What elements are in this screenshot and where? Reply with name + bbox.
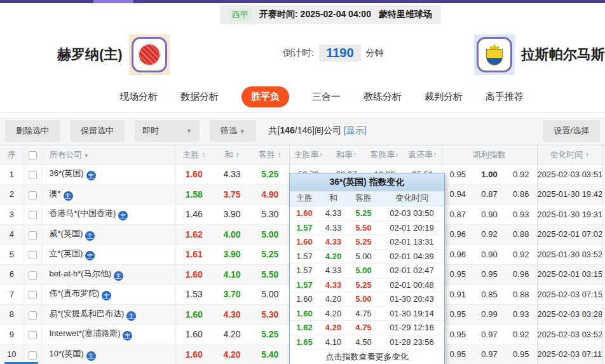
odds-away[interactable]: 4.90 [251,184,289,205]
row-checkbox[interactable] [29,311,37,320]
odds-away[interactable]: 5.30 [251,205,289,225]
popup-odds-draw[interactable]: 4.10 [319,337,348,347]
select-all-checkbox[interactable] [29,151,37,159]
row-checkbox[interactable] [29,271,37,280]
popup-odds-away[interactable]: 5.25 [348,280,379,290]
row-checkbox[interactable] [29,231,37,239]
odds-draw[interactable]: 3.70 [213,285,251,305]
odds-away[interactable]: 5.30 [251,304,289,325]
popup-odds-home[interactable]: 1.60 [290,208,319,218]
odds-home[interactable]: 1.58 [175,184,213,205]
tab-expert-picks[interactable]: 高手推荐 [486,91,524,103]
popup-odds-draw[interactable]: 4.20 [319,323,348,332]
header-checkbox[interactable] [24,145,41,165]
header-draw-odds[interactable]: 和 ↑ [213,145,251,165]
odds-home[interactable]: 1.61 [175,245,213,265]
header-away-odds[interactable]: 客胜 ↑ [251,145,289,165]
instant-dropdown[interactable]: 即时 ▼ [135,120,200,142]
row-checkbox[interactable] [29,191,37,199]
popup-odds-home[interactable]: 1.62 [290,323,319,332]
popup-odds-away[interactable]: 5.00 [348,294,379,304]
odds-draw[interactable]: 4.20 [213,344,251,364]
header-home-rate[interactable]: 主胜率↑ [289,145,327,165]
odds-away[interactable]: 5.50 [251,264,289,285]
odds-home[interactable]: 1.46 [175,205,213,225]
show-link[interactable]: [显示] [344,125,367,135]
header-company[interactable]: 所有公司 ▾ [41,145,175,165]
odds-away[interactable]: 5.40 [251,344,289,364]
odds-away[interactable]: 5.00 [251,224,289,245]
tab-three-in-one[interactable]: 三合一 [312,91,341,103]
tab-data-analysis[interactable]: 数据分析 [180,91,219,103]
popup-odds-draw[interactable]: 4.20 [319,252,348,261]
popup-odds-away[interactable]: 5.50 [348,223,379,233]
header-home-odds[interactable]: 主胜 ↑ [175,145,213,165]
row-checkbox[interactable] [29,351,37,360]
header-return-rate[interactable]: 返还率↑ [404,145,442,165]
odds-draw[interactable]: 4.30 [213,304,251,325]
popup-odds-home[interactable]: 1.57 [290,266,319,275]
popup-odds-draw[interactable]: 4.33 [319,237,348,246]
tab-win-draw-loss[interactable]: 胜平负 [241,86,289,107]
company-cell[interactable]: 10*(英国)主 [41,344,175,364]
popup-odds-away[interactable]: 4.75 [348,309,379,318]
popup-odds-home[interactable]: 1.57 [290,252,319,261]
odds-draw[interactable]: 4.00 [213,224,251,245]
odds-draw[interactable]: 4.10 [213,264,251,285]
company-cell[interactable]: bet-at-h*(马尔他)主 [41,264,175,285]
popup-odds-draw[interactable]: 4.20 [319,309,348,318]
company-cell[interactable]: 36*(英国)主 [41,165,175,185]
odds-away[interactable]: 5.25 [251,325,289,345]
odds-draw[interactable]: 4.20 [213,325,251,345]
company-cell[interactable]: 易*(安提瓜和巴布达)主 [41,304,175,325]
company-cell[interactable]: Interwet*(塞浦路斯)主 [41,325,175,345]
odds-home[interactable]: 1.60 [175,344,213,364]
odds-home[interactable]: 1.60 [175,325,213,345]
filter-dropdown[interactable]: 筛选 ▼ [210,120,256,142]
odds-draw[interactable]: 4.33 [213,165,251,185]
odds-draw[interactable]: 3.75 [213,184,251,205]
tab-coach-analysis[interactable]: 教练分析 [364,91,402,103]
popup-odds-draw[interactable]: 4.33 [319,208,348,218]
popup-odds-away[interactable]: 5.25 [348,208,379,218]
tab-live-analysis[interactable]: 现场分析 [119,91,158,103]
header-away-rate[interactable]: 客胜率↑ [365,145,404,165]
popup-odds-draw[interactable]: 4.33 [319,223,348,233]
popup-odds-home[interactable]: 1.57 [290,223,319,233]
popup-odds-draw[interactable]: 4.20 [319,294,348,304]
popup-odds-home[interactable]: 1.65 [290,337,319,347]
odds-home[interactable]: 1.62 [175,224,213,245]
popup-odds-home[interactable]: 1.60 [290,294,319,304]
popup-odds-home[interactable]: 1.60 [290,309,319,318]
settings-select-button[interactable]: 设置/选择 [543,120,600,142]
row-checkbox[interactable] [29,211,37,219]
odds-home[interactable]: 1.60 [175,165,213,185]
popup-odds-away[interactable]: 4.75 [348,323,379,332]
odds-away[interactable]: 5.00 [251,285,289,305]
company-cell[interactable]: 威*(英国)主 [41,224,175,245]
odds-home[interactable]: 1.60 [175,264,213,285]
company-cell[interactable]: 澳*主 [41,184,175,205]
odds-away[interactable]: 5.25 [251,165,289,185]
popup-odds-away[interactable]: 5.25 [348,237,379,246]
popup-odds-away[interactable]: 5.00 [348,252,379,261]
company-cell[interactable]: 伟*(直布罗陀)主 [41,285,175,305]
header-change-time[interactable]: 变化时间 ↑ [537,145,602,165]
company-cell[interactable]: 立*(英国)主 [41,245,175,265]
popup-odds-home[interactable]: 1.57 [290,280,319,290]
odds-home[interactable]: 1.60 [175,304,213,325]
header-draw-rate[interactable]: 和率↑ [327,145,365,165]
popup-odds-home[interactable]: 1.60 [290,237,319,246]
company-cell[interactable]: 香港马*(中国香港)主 [41,205,175,225]
row-checkbox[interactable] [29,171,37,179]
odds-draw[interactable]: 3.90 [213,245,251,265]
odds-home[interactable]: 1.53 [175,285,213,305]
tab-referee-analysis[interactable]: 裁判分析 [425,91,463,103]
row-checkbox[interactable] [29,291,37,299]
popup-odds-draw[interactable]: 4.33 [319,280,348,290]
delete-selected-button[interactable]: 删除选中 [5,120,60,142]
row-checkbox[interactable] [29,251,37,259]
odds-draw[interactable]: 3.90 [213,205,251,225]
popup-odds-away[interactable]: 5.00 [348,266,379,275]
popup-odds-away[interactable]: 4.50 [348,337,379,347]
